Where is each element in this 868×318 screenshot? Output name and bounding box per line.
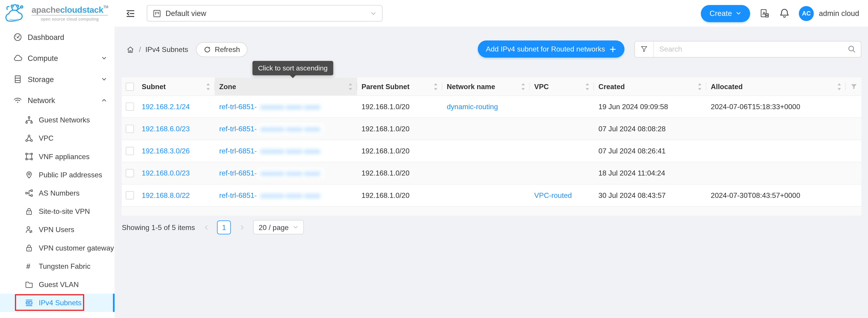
row-checkbox[interactable] [125,191,134,199]
column-header-subnet[interactable]: Subnet [137,78,215,95]
breadcrumb-separator: / [139,46,141,54]
pagination-prev-button[interactable] [200,221,212,234]
subnet-link[interactable]: 192.168.6.0/23 [142,125,190,133]
main-content: / IPv4 Subnets Refresh Add IPv4 subnet f… [115,27,868,318]
column-header-zone[interactable]: Zone [215,78,357,95]
select-all-checkbox[interactable] [125,82,134,90]
search-input[interactable] [654,45,842,53]
sidebar-item-label: VPN Users [39,226,74,234]
zone-prefix: ref-trl-6851- [219,191,257,199]
row-checkbox[interactable] [125,147,134,155]
zone-link[interactable]: ref-trl-6851-xxxxxx-xxxx-xxxx [219,145,324,156]
column-header-created[interactable]: Created [594,78,706,95]
sidebar-item-vpn-users[interactable]: VPN Users [0,221,115,239]
plus-icon [610,46,616,52]
sidebar-item-vpc[interactable]: VPC [0,129,115,147]
chevron-down-icon [370,10,376,17]
sidebar-item-guest-vlan[interactable]: Guest VLAN [0,276,115,294]
storage-drive-icon [13,75,22,84]
sorter-icon [837,82,841,90]
subnet-link[interactable]: 192.168.2.1/24 [142,103,190,111]
sidebar-item-label: Storage [28,75,54,83]
sidebar-item-as-numbers[interactable]: AS Numbers [0,184,115,202]
row-checkbox[interactable] [125,103,134,111]
cloudstack-app: apachecloudstackTM open source cloud com… [0,0,868,318]
zone-prefix: ref-trl-6851- [219,102,257,110]
column-header-parent-subnet[interactable]: Parent Subnet [357,78,442,95]
subnet-link[interactable]: 192.168.0.0/23 [142,169,190,177]
avatar[interactable]: AC [799,6,814,21]
chevron-up-icon [101,97,107,103]
parent-subnet-value: 192.168.1.0/20 [362,147,409,155]
sidebar-item-label: IPv4 Subnets [39,299,82,307]
subnet-link[interactable]: 192.168.3.0/26 [142,147,190,155]
zone-link[interactable]: ref-trl-6851-xxxxxx-xxxx-xxxx [219,168,324,179]
table-scrollbar-track[interactable] [122,206,861,215]
sidebar-item-ipv4-subnets[interactable]: IPv4 Subnets [0,294,115,312]
sidebar: Dashboard Compute Storage Network [0,27,115,318]
parent-subnet-value: 192.168.1.0/20 [362,103,409,111]
table-body: 192.168.2.1/24 ref-trl-6851-xxxxxx-xxxx-… [122,95,861,206]
create-button[interactable]: Create [701,5,750,22]
parent-subnet-value: 192.168.1.0/20 [362,191,409,199]
breadcrumb: / IPv4 Subnets Refresh [126,42,248,57]
add-ipv4-subnet-button[interactable]: Add IPv4 subnet for Routed networks [477,40,624,57]
vpc-icon [25,134,33,142]
view-selector[interactable]: Default view [147,5,382,22]
page-size-select[interactable]: 20 / page [253,220,304,234]
brand-tagline: open source cloud computing [32,17,108,21]
sidebar-item-label: VPN customer gateway [39,244,114,252]
refresh-icon [204,46,211,53]
home-icon[interactable] [126,46,134,54]
folder-icon [25,280,33,289]
zone-link[interactable]: ref-trl-6851-xxxxxx-xxxx-xxxx [219,123,324,135]
zone-redacted-text: xxxxxx-xxxx-xxxx [257,101,324,112]
menu-fold-icon[interactable] [126,9,135,18]
search-submit[interactable] [842,41,861,57]
cloudstack-logo[interactable]: apachecloudstackTM open source cloud com… [0,0,115,27]
row-checkbox[interactable] [125,169,134,177]
column-header-vpc[interactable]: VPC [530,78,594,95]
zone-link[interactable]: ref-trl-6851-xxxxxx-xxxx-xxxx [219,190,324,201]
zone-redacted-text: xxxxxx-xxxx-xxxx [257,145,324,156]
sidebar-item-tungsten-fabric[interactable]: # Tungsten Fabric [0,257,115,276]
sidebar-item-site-to-site-vpn[interactable]: Site-to-site VPN [0,202,115,221]
sidebar-item-storage[interactable]: Storage [0,68,115,90]
zone-link[interactable]: ref-trl-6851-xxxxxx-xxxx-xxxx [219,101,324,112]
notification-bell-icon[interactable] [780,8,789,18]
sidebar-item-dashboard[interactable]: Dashboard [0,27,115,48]
subnet-link[interactable]: 192.168.8.0/22 [142,191,190,199]
sidebar-item-vnf-appliances[interactable]: VNF appliances [0,147,115,166]
refresh-button[interactable]: Refresh [196,42,248,57]
column-header-network-name[interactable]: Network name [442,78,530,95]
zone-redacted-text: xxxxxx-xxxx-xxxx [257,123,324,135]
column-header-allocated[interactable]: Allocated [706,78,846,95]
ipv4-subnets-icon [25,299,33,307]
sidebar-item-label: Dashboard [28,33,64,41]
row-checkbox[interactable] [125,125,134,133]
created-value: 30 Jul 2024 08:43:57 [598,191,665,199]
pagination-page-1[interactable]: 1 [217,220,231,234]
translate-icon[interactable]: A [760,8,770,19]
brand-text: apachecloudstackTM open source cloud com… [32,5,108,21]
sidebar-item-compute[interactable]: Compute [0,48,115,68]
search-filter-toggle[interactable] [635,41,654,57]
network-name-link[interactable]: dynamic-routing [447,103,498,111]
lock-icon [25,244,33,252]
chevron-right-icon [239,224,245,230]
column-label: Created [598,82,625,90]
sidebar-item-label: VPC [39,134,54,142]
sorter-icon [698,82,702,90]
sidebar-item-public-ip-addresses[interactable]: Public IP addresses [0,166,115,184]
sidebar-item-vpn-customer-gateway[interactable]: VPN customer gateway [0,239,115,257]
subnets-table: Subnet Zone Parent Subnet Network name V… [122,78,861,215]
sidebar-item-network[interactable]: Network [0,90,115,111]
sidebar-item-guest-networks[interactable]: Guest Networks [0,111,115,129]
chevron-left-icon [203,224,209,230]
vpc-link[interactable]: VPC-routed [534,191,572,199]
table-row: 192.168.6.0/23 ref-trl-6851-xxxxxx-xxxx-… [122,117,861,140]
column-label: VPC [534,82,549,90]
table-filter-icon[interactable] [850,83,857,90]
pagination-next-button[interactable] [236,221,248,234]
user-name[interactable]: admin cloud [819,9,859,17]
